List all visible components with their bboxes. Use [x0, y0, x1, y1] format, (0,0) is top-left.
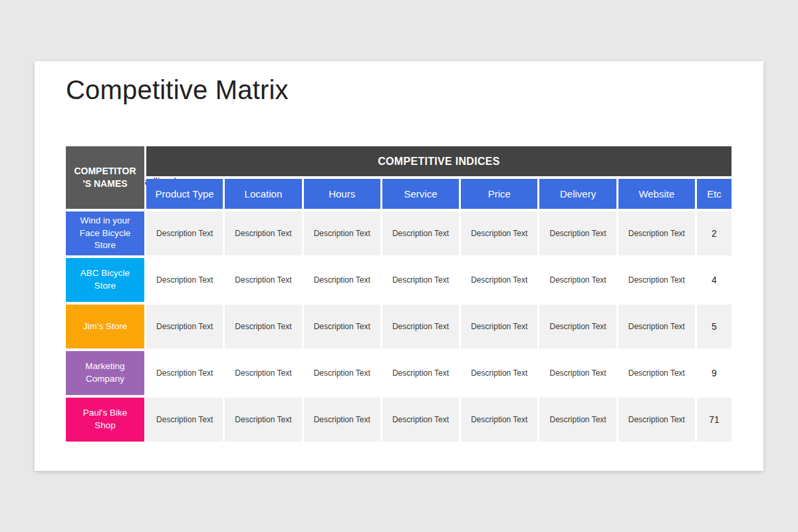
description-cell: Description Text [225, 351, 301, 395]
column-header-website: Website [618, 179, 695, 209]
description-cell: Description Text [461, 211, 537, 255]
description-cell: Description Text [225, 398, 301, 442]
row-label-cell: Marketing Company [66, 351, 144, 395]
description-cell: Description Text [539, 305, 616, 348]
description-cell: Description Text [382, 305, 459, 348]
description-cell: Description Text [461, 398, 537, 442]
description-cell: Description Text [146, 258, 223, 302]
row-label-cell: Paul's Bike Shop [66, 398, 144, 442]
page-title: Competitive Matrix [66, 75, 289, 105]
description-cell: Description Text [539, 351, 616, 395]
row-label-cell: Jim's Store [66, 305, 144, 348]
description-cell: Description Text [382, 398, 459, 442]
description-cell: Description Text [382, 211, 459, 255]
description-cell: Description Text [304, 398, 380, 442]
description-cell: Description Text [461, 258, 537, 302]
description-cell: Description Text [382, 351, 459, 395]
column-header-product-type: Product Type [146, 179, 223, 209]
column-header-price: Price [461, 179, 537, 209]
description-cell: Description Text [539, 258, 616, 302]
group-header-cell: COMPETITIVE INDICES [146, 146, 732, 176]
description-cell: Description Text [618, 398, 695, 442]
column-header-service: Service [382, 179, 459, 209]
description-cell: Description Text [618, 258, 695, 302]
column-header-hours: Hours [304, 179, 380, 209]
page-background: Competitive Matrix Enter your sub headli… [0, 0, 798, 532]
description-cell: Description Text [618, 305, 695, 348]
description-cell: Description Text [146, 211, 223, 255]
etc-cell: 5 [697, 305, 732, 348]
description-cell: Description Text [146, 398, 223, 442]
row-label-cell: ABC Bicycle Store [66, 258, 144, 302]
slide-card: Competitive Matrix Enter your sub headli… [35, 61, 763, 471]
description-cell: Description Text [225, 305, 301, 348]
description-cell: Description Text [304, 258, 380, 302]
description-cell: Description Text [461, 305, 537, 348]
description-cell: Description Text [304, 351, 380, 395]
etc-cell: 71 [697, 398, 732, 442]
matrix-table: COMPETITOR 'S NAMESCOMPETITIVE INDICESPr… [66, 146, 732, 442]
corner-header-cell: COMPETITOR 'S NAMES [66, 146, 144, 209]
description-cell: Description Text [225, 211, 301, 255]
description-cell: Description Text [382, 258, 459, 302]
description-cell: Description Text [304, 211, 380, 255]
description-cell: Description Text [146, 305, 223, 348]
description-cell: Description Text [539, 211, 616, 255]
description-cell: Description Text [461, 351, 537, 395]
description-cell: Description Text [146, 351, 223, 395]
etc-cell: 4 [697, 258, 732, 302]
description-cell: Description Text [225, 258, 301, 302]
column-header-etc: Etc [697, 179, 732, 209]
description-cell: Description Text [539, 398, 616, 442]
description-cell: Description Text [618, 351, 695, 395]
etc-cell: 2 [697, 211, 732, 255]
row-label-cell: Wind in your Face Bicycle Store [66, 211, 144, 255]
column-header-delivery: Delivery [539, 179, 616, 209]
description-cell: Description Text [304, 305, 380, 348]
column-header-location: Location [225, 179, 301, 209]
description-cell: Description Text [618, 211, 695, 255]
etc-cell: 9 [697, 351, 732, 395]
